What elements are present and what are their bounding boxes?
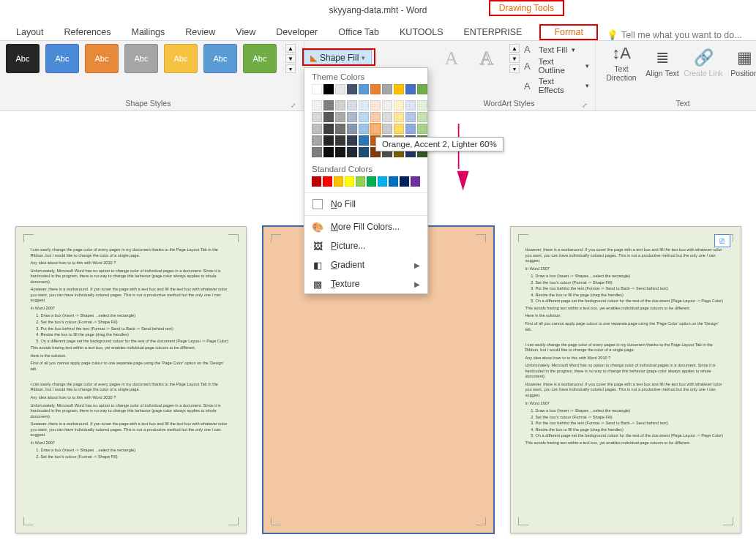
shape-style-6[interactable]: Abc (203, 44, 237, 73)
shape-fill-button[interactable]: ◣ Shape Fill ▾ (304, 50, 372, 66)
standard-color-cell[interactable] (378, 176, 387, 187)
tab-mailings[interactable]: Mailings (121, 24, 175, 40)
theme-tint-cell[interactable] (323, 124, 334, 134)
theme-tint-cell[interactable] (347, 135, 357, 146)
theme-tint-cell[interactable] (417, 124, 427, 134)
theme-tint-cell[interactable] (370, 112, 381, 122)
theme-tint-cell[interactable] (359, 124, 369, 134)
gallery-down[interactable]: ▼ (285, 54, 296, 63)
text-outline-button[interactable]: AText Outline▾ (524, 57, 589, 75)
shape-style-1[interactable]: Abc (6, 44, 40, 73)
gallery-up[interactable]: ▲ (285, 44, 296, 53)
theme-tint-cell[interactable] (382, 124, 392, 134)
standard-color-cell[interactable] (411, 176, 420, 187)
tell-me-box[interactable]: 💡 Tell me what you want to do... (607, 29, 742, 40)
theme-color-cell[interactable] (370, 84, 381, 94)
tab-developer[interactable]: Developer (266, 24, 328, 40)
page-3[interactable]: ⎚ However, there is a workaround. If you… (510, 226, 741, 533)
theme-color-cell[interactable] (335, 84, 345, 94)
layout-options-icon[interactable]: ⎚ (714, 234, 730, 247)
standard-color-cell[interactable] (334, 176, 343, 187)
tab-layout[interactable]: Layout (6, 24, 54, 40)
theme-tint-cell[interactable] (382, 112, 392, 122)
standard-color-cell[interactable] (345, 176, 354, 187)
standard-color-cell[interactable] (367, 176, 376, 187)
shape-style-3[interactable]: Abc (85, 44, 119, 73)
theme-tint-cell[interactable] (370, 124, 381, 134)
theme-tint-cell[interactable] (370, 100, 381, 110)
picture-fill-item[interactable]: 🖼 Picture... (304, 236, 427, 255)
theme-color-cell[interactable] (417, 84, 427, 94)
theme-tint-cell[interactable] (347, 112, 357, 122)
theme-tint-cell[interactable] (359, 112, 369, 122)
standard-color-cell[interactable] (323, 176, 332, 187)
theme-tint-cell[interactable] (405, 100, 416, 110)
gradient-fill-item[interactable]: ◧ Gradient ▶ (304, 255, 427, 274)
wa-up[interactable]: ▲ (509, 44, 520, 53)
page-1[interactable]: I can easily change the page color of ev… (15, 226, 247, 533)
tab-enterprise[interactable]: ENTERPRISE (454, 24, 533, 40)
theme-tint-cell[interactable] (347, 100, 357, 110)
wa-down[interactable]: ▼ (509, 54, 520, 63)
standard-color-cell[interactable] (400, 176, 409, 187)
shape-style-2[interactable]: Abc (45, 44, 79, 73)
texture-fill-item[interactable]: ▩ Texture ▶ (304, 274, 427, 293)
shape-style-gallery[interactable]: Abc Abc Abc Abc Abc Abc Abc ▲ ▼ ▾ (6, 44, 298, 73)
wordart-style-1[interactable]: A (436, 45, 467, 72)
tab-office-tab[interactable]: Office Tab (328, 24, 389, 40)
theme-tint-cell[interactable] (312, 147, 322, 157)
theme-tint-cell[interactable] (417, 112, 427, 122)
theme-tint-cell[interactable] (312, 112, 322, 122)
theme-tint-cell[interactable] (382, 100, 392, 110)
theme-tint-cell[interactable] (335, 112, 345, 122)
theme-tint-cell[interactable] (323, 147, 334, 157)
text-fill-button[interactable]: AText Fill▾ (524, 44, 589, 55)
gallery-more[interactable]: ▾ (285, 64, 296, 73)
theme-tint-cell[interactable] (394, 112, 404, 122)
theme-tint-cell[interactable] (312, 100, 322, 110)
standard-color-cell[interactable] (312, 176, 321, 187)
theme-color-cell[interactable] (347, 84, 357, 94)
theme-color-cell[interactable] (323, 84, 334, 94)
theme-color-cell[interactable] (312, 84, 322, 94)
theme-tint-cell[interactable] (359, 135, 369, 146)
standard-color-cell[interactable] (389, 176, 398, 187)
theme-tint-cell[interactable] (323, 100, 334, 110)
theme-tint-cell[interactable] (335, 100, 345, 110)
standard-color-cell[interactable] (356, 176, 365, 187)
theme-color-cell[interactable] (405, 84, 416, 94)
theme-tint-cell[interactable] (394, 124, 404, 134)
tab-kutools[interactable]: KUTOOLS (389, 24, 454, 40)
shape-styles-launcher[interactable]: ⤢ (291, 102, 298, 109)
shape-style-4[interactable]: Abc (124, 44, 158, 73)
wordart-style-2[interactable]: A (471, 45, 502, 72)
wordart-launcher[interactable]: ⤢ (582, 102, 589, 109)
theme-tint-cell[interactable] (335, 135, 345, 146)
no-fill-item[interactable]: No Fill (304, 195, 427, 214)
shape-style-7[interactable]: Abc (243, 44, 277, 73)
theme-tint-cell[interactable] (359, 100, 369, 110)
theme-tint-cell[interactable] (312, 124, 322, 134)
theme-color-cell[interactable] (394, 84, 404, 94)
tab-references[interactable]: References (54, 24, 121, 40)
theme-tint-cell[interactable] (394, 100, 404, 110)
theme-tint-cell[interactable] (323, 112, 334, 122)
theme-tint-cell[interactable] (359, 147, 369, 157)
wa-more[interactable]: ▾ (509, 64, 520, 73)
text-effects-button[interactable]: AText Effects▾ (524, 77, 589, 94)
theme-tint-cell[interactable] (347, 147, 357, 157)
theme-tint-cell[interactable] (347, 124, 357, 134)
theme-color-cell[interactable] (382, 84, 392, 94)
theme-color-cell[interactable] (359, 84, 369, 94)
tab-format[interactable]: Format (539, 24, 598, 40)
tab-review[interactable]: Review (175, 24, 225, 40)
theme-tint-cell[interactable] (323, 135, 334, 146)
wordart-gallery[interactable]: A A ▲ ▼ ▾ (436, 44, 520, 73)
more-fill-colors-item[interactable]: 🎨 More Fill Colors... (304, 217, 427, 236)
theme-tint-cell[interactable] (417, 100, 427, 110)
position-button[interactable]: ▦ Position (725, 44, 756, 82)
tab-view[interactable]: View (225, 24, 266, 40)
align-text-button[interactable]: ≣ Align Text (643, 44, 682, 82)
text-direction-button[interactable]: ↕A Text Direction (602, 44, 641, 82)
theme-tint-cell[interactable] (335, 147, 345, 157)
